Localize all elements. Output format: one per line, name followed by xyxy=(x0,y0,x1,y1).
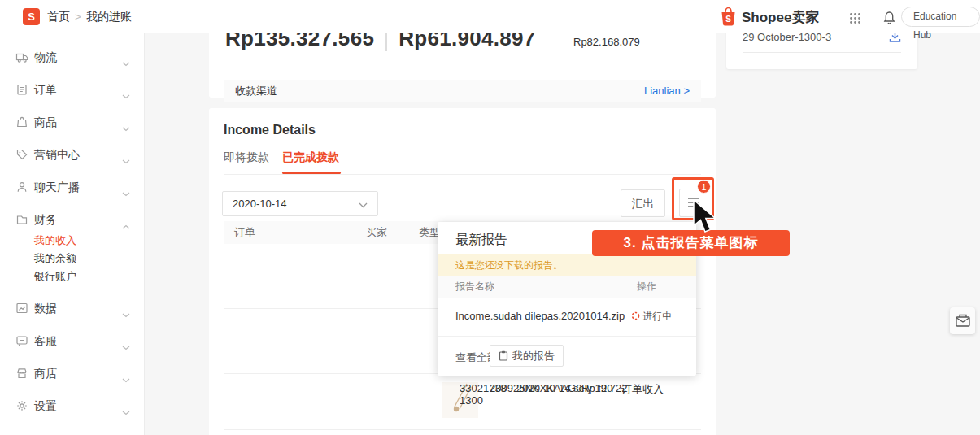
report-status: 进行中 xyxy=(631,310,672,324)
sidebar-item-finance[interactable]: 财务 xyxy=(0,211,145,231)
sidebar: 物流 订单 商品 营销中心 聊天广播 财务 我的收入 我的 xyxy=(0,33,145,435)
amount-divider xyxy=(385,33,387,51)
tabs-divider xyxy=(224,174,701,175)
sidebar-subitem-bank-accounts[interactable]: 银行账户 xyxy=(34,269,132,284)
download-icon[interactable] xyxy=(889,31,901,43)
tab-upcoming-payout[interactable]: 即将拨款 xyxy=(224,150,269,165)
popup-title: 最新报告 xyxy=(455,232,507,249)
service-icon xyxy=(15,334,28,350)
screen: Rp135.327.565Rp61.904.897 Rp82.168.079 收… xyxy=(0,0,980,435)
col-order: 订单 xyxy=(234,221,255,244)
education-hub-button[interactable]: Education Hub xyxy=(901,7,980,27)
shopee-bag-icon: S xyxy=(719,6,738,28)
payout-id: 33021738 1300 xyxy=(460,382,512,407)
bell-icon[interactable] xyxy=(882,11,896,25)
active-tab-underline xyxy=(282,172,341,174)
data-icon xyxy=(15,302,28,318)
chat-float-button[interactable] xyxy=(950,307,975,334)
sidebar-item-chat-broadcast[interactable]: 聊天广播 xyxy=(0,179,145,198)
sidebar-item-orders[interactable]: 订单 xyxy=(0,81,145,101)
breadcrumb-separator: > xyxy=(75,11,81,23)
apps-grid-icon[interactable] xyxy=(849,12,861,24)
amount-tertiary: Rp82.168.079 xyxy=(573,36,640,48)
chevron-down-icon xyxy=(122,307,130,321)
shopee-logo-icon[interactable]: S xyxy=(23,8,40,25)
breadcrumb-home[interactable]: 首页 xyxy=(47,10,70,24)
breadcrumb-current: 我的进账 xyxy=(86,10,132,24)
chevron-down-icon xyxy=(122,372,130,386)
sidebar-item-marketing[interactable]: 营销中心 xyxy=(0,146,145,166)
finance-icon xyxy=(15,213,28,229)
sidebar-item-data[interactable]: 数据 xyxy=(0,300,145,320)
sidebar-subitem-my-balance[interactable]: 我的余额 xyxy=(34,251,132,266)
order-icon xyxy=(15,83,28,99)
my-reports-button[interactable]: 我的报告 xyxy=(490,345,564,367)
chevron-down-icon xyxy=(122,153,130,167)
sidebar-item-products[interactable]: 商品 xyxy=(0,114,145,133)
product-icon xyxy=(15,115,28,132)
my-reports-icon xyxy=(499,350,508,361)
chevron-down-icon xyxy=(122,120,130,135)
table-row: 200925NKXKAAG0 sely_f20 订单收入 33021738 13… xyxy=(209,374,716,435)
col-buyer: 买家 xyxy=(366,221,387,244)
svg-text:S: S xyxy=(725,15,731,24)
chevron-down-icon xyxy=(122,185,130,200)
settings-icon xyxy=(15,399,28,415)
chevron-down-icon xyxy=(122,339,130,354)
shop-icon xyxy=(15,367,28,383)
truck-icon xyxy=(15,50,29,67)
chevron-down-icon xyxy=(122,55,130,70)
date-filter-select[interactable]: 2020-10-14 xyxy=(222,191,378,216)
payment-channel-label: 收款渠道 xyxy=(235,85,277,97)
income-type: 订单收入 xyxy=(621,382,664,397)
report-file-name: Income.sudah dilepas.20201014.zip xyxy=(455,310,625,322)
col-report-name: 报告名称 xyxy=(455,276,494,298)
sidebar-subitem-my-income[interactable]: 我的收入 xyxy=(34,233,132,248)
brand-name: Shopee卖家 xyxy=(742,8,819,27)
export-button[interactable]: 汇出 xyxy=(621,189,665,217)
section-title: Income Details xyxy=(224,123,316,137)
date-filter-value: 2020-10-14 xyxy=(233,198,287,210)
spinner-icon xyxy=(631,311,640,320)
chat-broadcast-icon xyxy=(15,181,28,197)
tab-completed-payout[interactable]: 已完成拨款 xyxy=(282,150,339,165)
chevron-up-icon xyxy=(122,218,130,233)
chevron-down-icon xyxy=(359,202,368,208)
popup-column-headers: 报告名称 操作 xyxy=(438,276,696,298)
payment-channel-bar: 收款渠道 Lianlian > xyxy=(224,80,701,102)
download-file-name: 29 October-1300-3 xyxy=(743,31,831,43)
mail-icon xyxy=(956,314,970,327)
payout-amount: Rp19.722 xyxy=(581,382,627,394)
top-navbar: S 首页 > 我的进账 S Shopee卖家 Education Hub xyxy=(0,0,980,33)
sidebar-item-customer-service[interactable]: 客服 xyxy=(0,333,145,352)
notification-badge: 1 xyxy=(697,180,711,194)
payout-date: 2020-10-14 xyxy=(516,382,571,394)
sidebar-item-logistics[interactable]: 物流 xyxy=(0,49,145,68)
col-action: 操作 xyxy=(637,276,656,298)
chevron-down-icon xyxy=(122,404,130,419)
marketing-icon xyxy=(15,148,28,164)
popup-notice: 这是您还没下载的报告。 xyxy=(438,254,696,276)
sidebar-item-settings[interactable]: 设置 xyxy=(0,398,145,417)
payment-channel-link[interactable]: Lianlian > xyxy=(644,80,690,102)
sidebar-item-shop[interactable]: 商店 xyxy=(0,365,145,385)
cursor-icon xyxy=(691,199,721,238)
chevron-down-icon xyxy=(122,88,130,102)
